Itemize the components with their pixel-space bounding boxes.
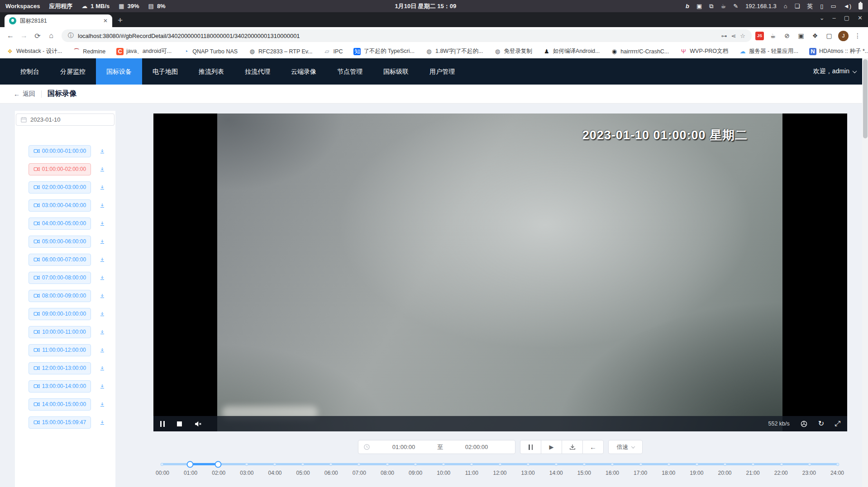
download-icon[interactable] — [97, 218, 108, 229]
download-icon[interactable] — [97, 326, 108, 337]
nav-item[interactable]: 分屏监控 — [50, 58, 96, 85]
stop-icon[interactable] — [177, 421, 182, 426]
bookmark-item[interactable]: C java、android可... — [116, 47, 172, 55]
bookmark-item[interactable]: ☁ 服务器 - 轻量应用... — [739, 47, 798, 55]
phone-link-icon[interactable]: ▯ — [820, 3, 823, 9]
nav-item[interactable]: 电子地图 — [142, 58, 188, 85]
record-range-button[interactable]: 05:00:00-06:00:00 — [29, 236, 91, 248]
record-range-button[interactable]: 06:00:00-07:00:00 — [29, 254, 91, 266]
extension-js-icon[interactable]: JS — [755, 32, 764, 40]
bookmark-item[interactable]: ◔ QNAP Turbo NAS — [182, 48, 238, 55]
download-icon[interactable] — [97, 146, 108, 156]
new-tab-button[interactable]: + — [118, 15, 123, 25]
snapshot-aperture-icon[interactable] — [800, 420, 808, 428]
record-range-button[interactable]: 04:00:00-05:00:00 — [29, 217, 91, 230]
screenshot-tray-icon[interactable]: ▣ — [696, 3, 702, 9]
clipboard-tray-icon[interactable]: ⧉ — [709, 3, 713, 10]
record-range-button[interactable]: 12:00:00-13:00:00 — [29, 362, 91, 374]
window-minimize-button[interactable]: – — [833, 14, 836, 21]
browser-menu-kebab-icon[interactable]: ⋮ — [853, 31, 863, 41]
clock[interactable]: 1月10日 星期二 15：09 — [175, 2, 677, 10]
seek-to-position-button[interactable]: ← — [582, 440, 604, 454]
nav-item[interactable]: 拉流代理 — [234, 58, 281, 85]
input-language-badge[interactable]: 英 — [807, 2, 813, 10]
fullscreen-icon[interactable]: ⤢ — [835, 420, 840, 427]
nav-item[interactable]: 国标级联 — [373, 58, 419, 85]
download-icon[interactable] — [97, 272, 108, 283]
extension-square-icon[interactable]: ▣ — [796, 31, 806, 41]
back-button[interactable]: ← — [4, 29, 17, 43]
forward-button[interactable]: → — [17, 29, 31, 43]
record-range-button[interactable]: 07:00:00-08:00:00 — [29, 272, 91, 284]
home-tray-icon[interactable]: ⌂ — [784, 3, 787, 9]
extension-cup-icon[interactable]: ☕ — [768, 31, 778, 41]
extension-frame-icon[interactable]: ▢ — [824, 31, 834, 41]
start-time-value[interactable]: 01:00:00 — [370, 444, 437, 450]
site-info-icon[interactable]: ⓘ — [68, 32, 74, 40]
download-icon[interactable] — [97, 164, 108, 175]
applications-button[interactable]: 应用程序 — [49, 2, 72, 10]
record-range-button[interactable]: 08:00:00-09:00:00 — [29, 290, 91, 302]
record-range-button[interactable]: 15:00:00-15:09:47 — [29, 416, 91, 429]
address-bar[interactable]: ⓘ localhost:38080/#/gbRecordDetail/34020… — [62, 29, 752, 42]
bookmark-star-icon[interactable]: ☆ — [740, 33, 745, 39]
display-tray-icon[interactable]: ▭ — [831, 3, 836, 9]
record-range-button[interactable]: 13:00:00-14:00:00 — [29, 380, 91, 392]
end-time-value[interactable]: 02:00:00 — [443, 444, 510, 450]
battery-icon[interactable] — [858, 3, 863, 9]
download-icon[interactable] — [97, 399, 108, 410]
bookmark-item[interactable]: ◍ 免登录复制 — [494, 47, 532, 55]
back-link[interactable]: ← 返回 — [14, 90, 35, 98]
download-icon[interactable] — [97, 381, 108, 392]
color-picker-tray-icon[interactable]: ✎ — [733, 3, 738, 9]
video-player[interactable]: 2023-01-10 01:00:00 星期二 552 kb/s ↻ ⤢ — [153, 113, 847, 431]
coffee-tray-icon[interactable]: ☕ — [721, 3, 726, 9]
record-range-button[interactable]: 11:00:00-12:00:00 — [29, 344, 91, 356]
bing-tray-icon[interactable]: b — [686, 3, 689, 9]
bookmark-item[interactable]: ◍ 1.8W字|了不起的... — [425, 47, 483, 55]
play-button[interactable]: ▶ — [541, 440, 562, 454]
download-icon[interactable] — [97, 345, 108, 355]
download-icon[interactable] — [97, 290, 108, 301]
refresh-icon[interactable]: ↻ — [818, 420, 824, 427]
bookmark-item[interactable]: ❖ Webstack - 设计... — [6, 47, 62, 55]
record-range-button[interactable]: 09:00:00-10:00:00 — [29, 308, 91, 320]
record-range-button[interactable]: 02:00:00-03:00:00 — [29, 181, 91, 194]
bookmark-item[interactable]: 知 了不起的 TypeScri... — [353, 47, 415, 55]
nav-item[interactable]: 国标设备 — [96, 58, 142, 85]
download-icon[interactable] — [97, 417, 108, 428]
pause-button[interactable] — [520, 440, 541, 454]
download-icon[interactable] — [97, 200, 108, 211]
download-icon[interactable] — [97, 236, 108, 247]
window-close-button[interactable]: ✕ — [858, 14, 863, 21]
nav-item[interactable]: 控制台 — [10, 58, 50, 85]
nav-item[interactable]: 节点管理 — [327, 58, 373, 85]
browser-home-button[interactable]: ⌂ — [44, 29, 58, 43]
date-picker-input[interactable]: 2023-01-10 — [16, 113, 114, 126]
workspaces-button[interactable]: Workspaces — [5, 3, 40, 9]
share-icon[interactable]: ⋖ — [731, 33, 736, 39]
time-range-input[interactable]: 01:00:00 至 02:00:00 — [358, 440, 515, 454]
browser-tab[interactable]: 国标28181 ✕ — [5, 14, 112, 27]
reload-button[interactable]: ⟳ — [31, 29, 44, 43]
nav-item[interactable]: 云端录像 — [281, 58, 327, 85]
playback-speed-dropdown[interactable]: 倍速 — [608, 440, 643, 454]
timeline-end-handle[interactable] — [215, 461, 222, 468]
nav-item[interactable]: 用户管理 — [419, 58, 465, 85]
profile-avatar[interactable]: J — [838, 31, 849, 41]
bookmark-item[interactable]: ◉ hairrrrr/C-CrashC... — [610, 48, 669, 55]
record-range-button[interactable]: 14:00:00-15:00:00 — [29, 398, 91, 411]
bookmark-item[interactable]: ♟ 如何编译Android... — [543, 47, 600, 55]
download-icon[interactable] — [97, 363, 108, 374]
user-menu[interactable]: 欢迎，admin — [813, 67, 856, 76]
bookmark-item[interactable]: N HDAtmos :: 种子 *... — [809, 47, 868, 55]
bookmark-item[interactable]: ⌒ Redmine — [73, 47, 105, 56]
extensions-puzzle-icon[interactable]: ❖ — [810, 31, 820, 41]
password-key-icon[interactable]: ⊶ — [721, 33, 727, 39]
download-icon[interactable] — [97, 182, 108, 193]
record-range-button[interactable]: 03:00:00-04:00:00 — [29, 199, 91, 212]
record-range-button[interactable]: 10:00:00-11:00:00 — [29, 326, 91, 338]
download-button[interactable] — [562, 440, 583, 454]
scrollbar-thumb[interactable] — [863, 59, 868, 138]
tab-close-icon[interactable]: ✕ — [103, 18, 108, 24]
